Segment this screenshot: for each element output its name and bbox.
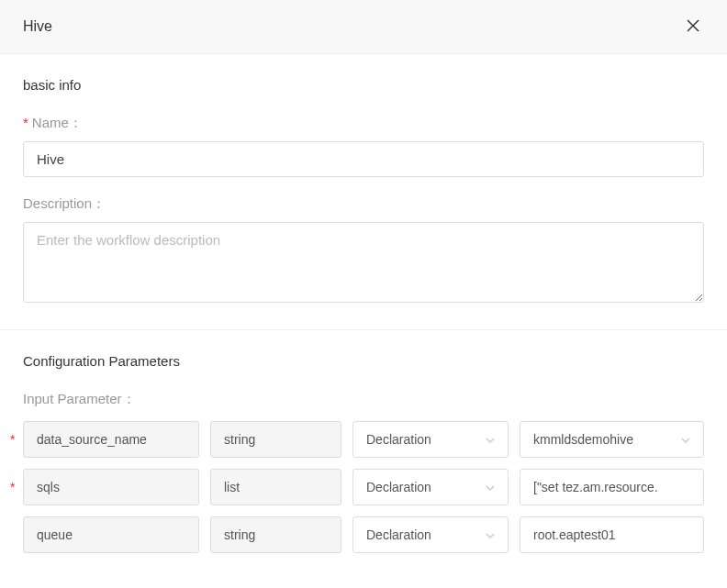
name-field-group: *Name： — [23, 115, 704, 177]
chevron-down-icon — [486, 482, 495, 493]
basic-info-heading: basic info — [23, 77, 704, 93]
required-mark: * — [10, 432, 17, 447]
description-input[interactable] — [23, 222, 704, 303]
param-type-box: string — [210, 516, 341, 553]
description-label: Description： — [23, 195, 704, 213]
param-row: * sqls list Declaration ["set tez.am.res… — [23, 469, 704, 505]
config-params-heading: Configuration Parameters — [23, 353, 704, 369]
close-icon[interactable] — [682, 14, 704, 39]
param-name-box: sqls — [23, 469, 199, 505]
description-field-group: Description： — [23, 195, 704, 306]
name-input[interactable] — [23, 141, 704, 177]
param-value-input[interactable]: ["set tez.am.resource. — [520, 469, 704, 505]
name-label: *Name： — [23, 115, 704, 132]
chevron-down-icon — [681, 434, 690, 445]
divider — [0, 329, 727, 330]
chevron-down-icon — [486, 529, 495, 540]
param-type-box: list — [210, 469, 341, 505]
param-value-select[interactable]: kmmldsdemohive — [520, 421, 704, 458]
param-mode-select[interactable]: Declaration — [352, 516, 509, 553]
dialog-content: basic info *Name： Description： Configura… — [0, 54, 727, 587]
dialog-title: Hive — [23, 18, 52, 35]
input-param-label: Input Parameter： — [23, 391, 704, 408]
param-mode-select[interactable]: Declaration — [352, 469, 509, 505]
chevron-down-icon — [486, 434, 495, 445]
required-mark: * — [23, 115, 28, 130]
required-mark: * — [10, 480, 17, 494]
param-name-box: data_source_name — [23, 421, 199, 458]
param-name-box: queue — [23, 516, 199, 553]
dialog-header: Hive — [0, 0, 727, 54]
param-row: * data_source_name string Declaration km… — [23, 421, 704, 458]
param-value-input[interactable]: root.eaptest01 — [520, 516, 704, 553]
param-mode-select[interactable]: Declaration — [352, 421, 509, 458]
param-type-box: string — [210, 421, 341, 458]
param-row: * queue string Declaration root.eaptest0… — [23, 516, 704, 553]
